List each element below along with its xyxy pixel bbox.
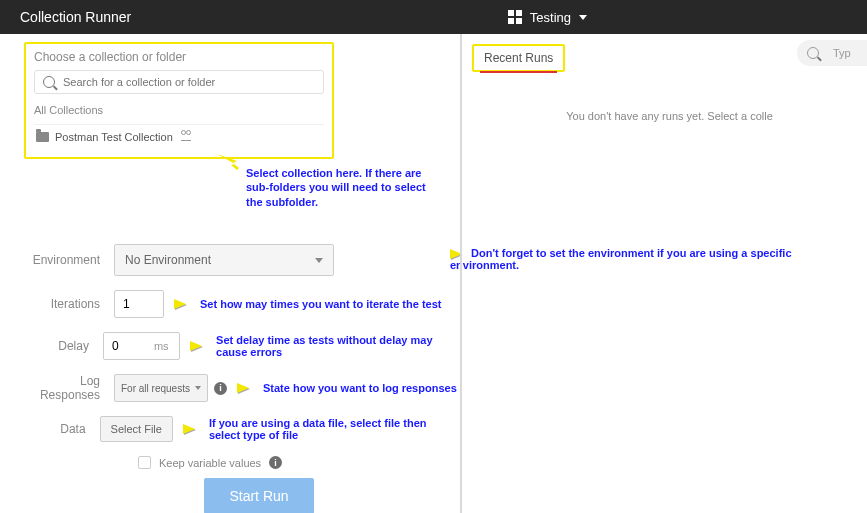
delay-unit: ms [154,340,175,352]
recent-runs-panel: Recent Runs Typ You don't have any runs … [460,34,867,513]
search-icon [807,47,819,59]
info-icon[interactable]: i [269,456,282,469]
chevron-down-icon [195,386,201,390]
chevron-down-icon [579,15,587,20]
delay-label: Delay [24,339,103,353]
recent-runs-highlight: Recent Runs [472,44,565,72]
delay-input-wrap: ms [103,332,180,360]
delay-input[interactable] [104,339,154,353]
arrow-icon [237,383,249,393]
environment-value: No Environment [125,253,211,267]
arrow-icon [183,424,195,434]
chevron-down-icon [315,258,323,263]
iterations-input[interactable] [114,290,164,318]
start-run-button[interactable]: Start Run [204,478,314,513]
info-icon[interactable]: i [214,382,227,395]
iterations-label: Iterations [24,297,114,311]
search-icon [43,76,55,88]
collection-item[interactable]: Postman Test Collection [34,124,324,149]
select-file-button[interactable]: Select File [100,416,173,442]
log-responses-select[interactable]: For all requests [114,374,208,402]
arrow-icon [174,299,186,309]
environment-label: Environment [24,253,114,267]
all-collections-label: All Collections [34,104,324,116]
annotation-data: If you are using a data file, select fil… [209,417,460,441]
annotation-collection: Select collection here. If there are sub… [246,166,436,209]
annotation-delay: Set delay time as tests without delay ma… [216,334,460,358]
keep-variables-checkbox[interactable] [138,456,151,469]
collection-picker-heading: Choose a collection or folder [34,50,324,64]
share-icon [181,133,191,141]
active-tab-underline [480,71,557,73]
arrow-icon [190,341,202,351]
environment-select[interactable]: No Environment [114,244,334,276]
log-responses-value: For all requests [121,383,190,394]
keep-variables-label: Keep variable values [159,457,261,469]
log-responses-label: Log Responses [24,374,114,402]
grid-icon [508,10,522,24]
collection-search-input[interactable] [63,76,315,88]
annotation-iterations: Set how may times you want to iterate th… [200,298,441,310]
folder-icon [36,132,49,142]
collection-item-name: Postman Test Collection [55,131,173,143]
app-title: Collection Runner [20,9,508,25]
keep-variables-row: Keep variable values i [138,456,460,469]
annotation-log: State how you want to log responses [263,382,457,394]
runner-config-panel: Choose a collection or folder All Collec… [0,34,460,513]
app-header: Collection Runner Testing [0,0,867,34]
runs-search[interactable]: Typ [797,40,867,66]
runs-search-placeholder: Typ [833,47,851,59]
collection-search[interactable] [34,70,324,94]
arrow-icon [215,152,243,170]
no-runs-message: You don't have any runs yet. Select a co… [472,110,867,122]
data-label: Data [24,422,100,436]
active-environment-selector[interactable]: Testing [508,10,587,25]
recent-runs-tab[interactable]: Recent Runs [474,46,563,70]
active-env-label: Testing [530,10,571,25]
collection-picker: Choose a collection or folder All Collec… [24,42,334,159]
